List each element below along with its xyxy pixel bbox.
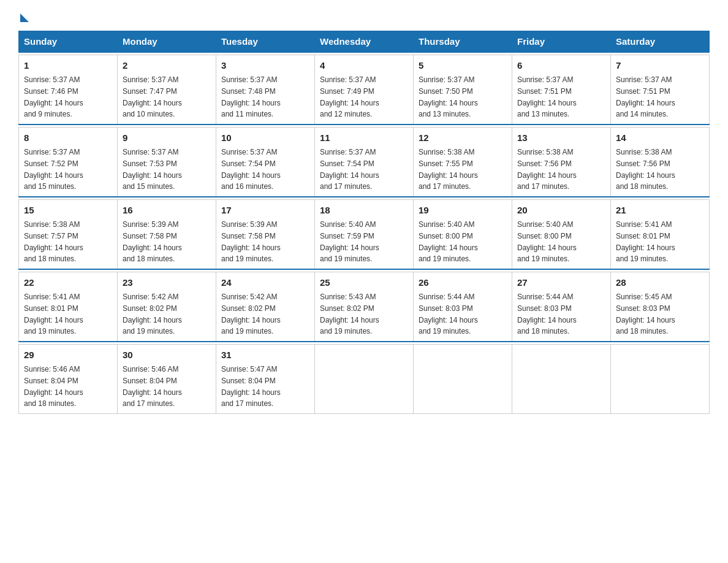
calendar-cell-2-3: 18Sunrise: 5:40 AMSunset: 7:59 PMDayligh… — [315, 199, 414, 269]
day-info: Sunrise: 5:37 AMSunset: 7:48 PMDaylight:… — [221, 75, 281, 118]
calendar-cell-3-4: 26Sunrise: 5:44 AMSunset: 8:03 PMDayligh… — [414, 272, 512, 342]
day-info: Sunrise: 5:37 AMSunset: 7:50 PMDaylight:… — [419, 75, 478, 118]
calendar-cell-0-2: 3Sunrise: 5:37 AMSunset: 7:48 PMDaylight… — [216, 55, 315, 124]
calendar-cell-0-6: 7Sunrise: 5:37 AMSunset: 7:51 PMDaylight… — [611, 55, 710, 124]
day-number: 22 — [24, 276, 112, 290]
day-number: 28 — [616, 276, 704, 290]
col-wednesday: Wednesday — [315, 31, 414, 53]
day-number: 25 — [320, 276, 408, 290]
day-info: Sunrise: 5:38 AMSunset: 7:56 PMDaylight:… — [517, 148, 577, 191]
calendar-cell-1-2: 10Sunrise: 5:37 AMSunset: 7:54 PMDayligh… — [216, 127, 315, 197]
day-info: Sunrise: 5:40 AMSunset: 8:00 PMDaylight:… — [419, 220, 478, 263]
calendar-cell-2-6: 21Sunrise: 5:41 AMSunset: 8:01 PMDayligh… — [611, 199, 710, 269]
day-info: Sunrise: 5:39 AMSunset: 7:58 PMDaylight:… — [221, 220, 281, 263]
day-info: Sunrise: 5:37 AMSunset: 7:51 PMDaylight:… — [517, 75, 577, 118]
calendar-cell-0-1: 2Sunrise: 5:37 AMSunset: 7:47 PMDaylight… — [118, 55, 216, 124]
calendar-cell-2-4: 19Sunrise: 5:40 AMSunset: 8:00 PMDayligh… — [414, 199, 512, 269]
day-info: Sunrise: 5:37 AMSunset: 7:51 PMDaylight:… — [616, 75, 675, 118]
day-number: 27 — [517, 276, 605, 290]
calendar-cell-1-3: 11Sunrise: 5:37 AMSunset: 7:54 PMDayligh… — [315, 127, 414, 197]
calendar-cell-0-4: 5Sunrise: 5:37 AMSunset: 7:50 PMDaylight… — [414, 55, 512, 124]
day-info: Sunrise: 5:37 AMSunset: 7:49 PMDaylight:… — [320, 75, 379, 118]
calendar-cell-3-3: 25Sunrise: 5:43 AMSunset: 8:02 PMDayligh… — [315, 272, 414, 342]
day-info: Sunrise: 5:39 AMSunset: 7:58 PMDaylight:… — [123, 220, 182, 263]
logo-arrow-icon — [20, 13, 29, 22]
day-number: 17 — [221, 204, 309, 218]
day-info: Sunrise: 5:44 AMSunset: 8:03 PMDaylight:… — [419, 293, 478, 335]
day-info: Sunrise: 5:37 AMSunset: 7:54 PMDaylight:… — [221, 148, 281, 191]
day-info: Sunrise: 5:37 AMSunset: 7:46 PMDaylight:… — [24, 75, 83, 118]
day-number: 31 — [221, 348, 309, 362]
calendar-cell-3-5: 27Sunrise: 5:44 AMSunset: 8:03 PMDayligh… — [512, 272, 611, 342]
day-number: 26 — [419, 276, 507, 290]
calendar-cell-1-5: 13Sunrise: 5:38 AMSunset: 7:56 PMDayligh… — [512, 127, 611, 197]
day-info: Sunrise: 5:41 AMSunset: 8:01 PMDaylight:… — [24, 293, 83, 335]
calendar-cell-3-0: 22Sunrise: 5:41 AMSunset: 8:01 PMDayligh… — [19, 272, 118, 342]
col-thursday: Thursday — [414, 31, 512, 53]
day-number: 14 — [616, 131, 704, 145]
day-info: Sunrise: 5:37 AMSunset: 7:47 PMDaylight:… — [123, 75, 182, 118]
calendar-cell-4-4 — [414, 344, 512, 414]
day-number: 29 — [24, 348, 112, 362]
day-number: 1 — [24, 59, 112, 73]
calendar-cell-4-1: 30Sunrise: 5:46 AMSunset: 8:04 PMDayligh… — [118, 344, 216, 414]
day-info: Sunrise: 5:42 AMSunset: 8:02 PMDaylight:… — [123, 293, 182, 335]
calendar-cell-0-3: 4Sunrise: 5:37 AMSunset: 7:49 PMDaylight… — [315, 55, 414, 124]
calendar-cell-1-1: 9Sunrise: 5:37 AMSunset: 7:53 PMDaylight… — [118, 127, 216, 197]
day-info: Sunrise: 5:37 AMSunset: 7:52 PMDaylight:… — [24, 148, 83, 191]
day-number: 24 — [221, 276, 309, 290]
col-saturday: Saturday — [611, 31, 710, 53]
calendar-cell-1-6: 14Sunrise: 5:38 AMSunset: 7:56 PMDayligh… — [611, 127, 710, 197]
day-info: Sunrise: 5:44 AMSunset: 8:03 PMDaylight:… — [517, 293, 577, 335]
col-friday: Friday — [512, 31, 611, 53]
day-number: 11 — [320, 131, 408, 145]
day-number: 16 — [123, 204, 211, 218]
page-header — [18, 12, 710, 20]
calendar-cell-3-1: 23Sunrise: 5:42 AMSunset: 8:02 PMDayligh… — [118, 272, 216, 342]
day-info: Sunrise: 5:38 AMSunset: 7:55 PMDaylight:… — [419, 148, 478, 191]
week-row-3: 22Sunrise: 5:41 AMSunset: 8:01 PMDayligh… — [19, 272, 710, 342]
calendar-cell-2-1: 16Sunrise: 5:39 AMSunset: 7:58 PMDayligh… — [118, 199, 216, 269]
calendar-cell-3-6: 28Sunrise: 5:45 AMSunset: 8:03 PMDayligh… — [611, 272, 710, 342]
week-row-2: 15Sunrise: 5:38 AMSunset: 7:57 PMDayligh… — [19, 199, 710, 269]
day-info: Sunrise: 5:37 AMSunset: 7:53 PMDaylight:… — [123, 148, 182, 191]
calendar-cell-4-2: 31Sunrise: 5:47 AMSunset: 8:04 PMDayligh… — [216, 344, 315, 414]
calendar-cell-2-5: 20Sunrise: 5:40 AMSunset: 8:00 PMDayligh… — [512, 199, 611, 269]
day-number: 7 — [616, 59, 704, 73]
day-info: Sunrise: 5:46 AMSunset: 8:04 PMDaylight:… — [24, 365, 83, 408]
day-number: 10 — [221, 131, 309, 145]
day-number: 18 — [320, 204, 408, 218]
day-info: Sunrise: 5:40 AMSunset: 7:59 PMDaylight:… — [320, 220, 379, 263]
calendar-cell-0-5: 6Sunrise: 5:37 AMSunset: 7:51 PMDaylight… — [512, 55, 611, 124]
day-number: 13 — [517, 131, 605, 145]
day-number: 4 — [320, 59, 408, 73]
day-number: 8 — [24, 131, 112, 145]
day-info: Sunrise: 5:43 AMSunset: 8:02 PMDaylight:… — [320, 293, 379, 335]
week-row-0: 1Sunrise: 5:37 AMSunset: 7:46 PMDaylight… — [19, 55, 710, 124]
calendar-cell-3-2: 24Sunrise: 5:42 AMSunset: 8:02 PMDayligh… — [216, 272, 315, 342]
day-number: 2 — [123, 59, 211, 73]
day-number: 15 — [24, 204, 112, 218]
day-info: Sunrise: 5:37 AMSunset: 7:54 PMDaylight:… — [320, 148, 379, 191]
calendar-cell-1-4: 12Sunrise: 5:38 AMSunset: 7:55 PMDayligh… — [414, 127, 512, 197]
day-number: 3 — [221, 59, 309, 73]
col-sunday: Sunday — [19, 31, 118, 53]
calendar-header-row: Sunday Monday Tuesday Wednesday Thursday… — [19, 31, 710, 53]
day-info: Sunrise: 5:41 AMSunset: 8:01 PMDaylight:… — [616, 220, 675, 263]
day-number: 9 — [123, 131, 211, 145]
day-number: 23 — [123, 276, 211, 290]
day-info: Sunrise: 5:40 AMSunset: 8:00 PMDaylight:… — [517, 220, 577, 263]
day-number: 5 — [419, 59, 507, 73]
col-tuesday: Tuesday — [216, 31, 315, 53]
day-number: 21 — [616, 204, 704, 218]
calendar-cell-4-3 — [315, 344, 414, 414]
col-monday: Monday — [118, 31, 216, 53]
day-info: Sunrise: 5:42 AMSunset: 8:02 PMDaylight:… — [221, 293, 281, 335]
calendar-cell-0-0: 1Sunrise: 5:37 AMSunset: 7:46 PMDaylight… — [19, 55, 118, 124]
day-number: 19 — [419, 204, 507, 218]
calendar-cell-4-6 — [611, 344, 710, 414]
day-info: Sunrise: 5:38 AMSunset: 7:57 PMDaylight:… — [24, 220, 83, 263]
calendar-cell-4-0: 29Sunrise: 5:46 AMSunset: 8:04 PMDayligh… — [19, 344, 118, 414]
day-number: 12 — [419, 131, 507, 145]
calendar-cell-2-2: 17Sunrise: 5:39 AMSunset: 7:58 PMDayligh… — [216, 199, 315, 269]
